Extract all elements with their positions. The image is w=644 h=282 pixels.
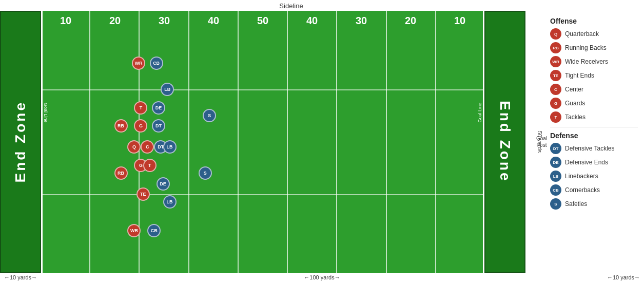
hash-top bbox=[41, 89, 484, 90]
legend-label-def-cb: Cornerbacks bbox=[565, 186, 600, 194]
legend-token-wr: WR bbox=[550, 56, 561, 67]
legend-item-def-s: S Safeties bbox=[550, 198, 638, 210]
legend-token-def-de: DE bbox=[550, 157, 561, 168]
ann-center: ←100 yards→ bbox=[41, 274, 603, 280]
legend-label-c: Center bbox=[565, 86, 583, 93]
bottom-annotations: ←10 yards→ ←100 yards→ ←10 yards→ bbox=[0, 273, 644, 282]
sideline-label: Sideline bbox=[41, 0, 541, 11]
page-container: Sideline End Zone 10 20 30 40 50 40 30 2… bbox=[0, 0, 644, 282]
section-4 bbox=[189, 11, 239, 273]
player-wr-20: WR bbox=[127, 224, 141, 237]
legend-token-c: C bbox=[550, 84, 561, 95]
legend-item-t: T Tackles bbox=[550, 111, 638, 123]
right-end-zone-wrapper: End Zone GoalPost bbox=[484, 11, 525, 273]
legend-item-def-dt: DT Defensive Tackles bbox=[550, 143, 638, 154]
legend-label-rb: Running Backs bbox=[565, 44, 607, 51]
player-s-18: S bbox=[203, 109, 216, 122]
right-end-zone: End Zone bbox=[484, 11, 525, 273]
player-t-12: T bbox=[143, 159, 157, 172]
player-s-19: S bbox=[199, 166, 212, 180]
legend-label-def-de: Defensive Ends bbox=[565, 159, 608, 166]
player-cb-1: CB bbox=[150, 57, 163, 70]
player-rb-14: RB bbox=[114, 166, 128, 180]
legend-item-q: Q Quarterback bbox=[550, 28, 638, 40]
section-5 bbox=[239, 11, 288, 273]
player-te-15: TE bbox=[136, 187, 150, 201]
legend-token-rb: RB bbox=[550, 42, 561, 53]
legend-panel: Offense Q Quarterback RB Running Backs W… bbox=[544, 11, 644, 273]
player-cb-21: CB bbox=[147, 224, 161, 237]
legend-label-def-dt: Defensive Tackles bbox=[565, 145, 615, 152]
offense-title: Offense bbox=[550, 17, 638, 25]
player-q-8: Q bbox=[127, 140, 141, 154]
player-dt-6: DT bbox=[152, 119, 165, 133]
section-8 bbox=[387, 11, 436, 273]
player-rb-4: RB bbox=[114, 119, 128, 133]
goal-line-label-left: Goal Line bbox=[43, 103, 48, 123]
yard-lines bbox=[41, 11, 484, 273]
legend-label-t: Tackles bbox=[565, 114, 586, 121]
section-7 bbox=[337, 11, 386, 273]
legend-item-rb: RB Running Backs bbox=[550, 42, 638, 53]
legend-label-q: Quarterback bbox=[565, 30, 599, 37]
legend-token-t: T bbox=[550, 111, 561, 123]
legend-item-te: TE Tight Ends bbox=[550, 70, 638, 81]
legend-label-g: Guards bbox=[565, 100, 585, 107]
offense-legend: Q Quarterback RB Running Backs WR Wide R… bbox=[550, 28, 638, 123]
legend-token-def-s: S bbox=[550, 198, 561, 210]
left-end-zone-text: End Zone bbox=[12, 101, 29, 183]
player-de-3: DE bbox=[152, 101, 165, 115]
legend-token-def-lb: LB bbox=[550, 171, 561, 182]
section-1 bbox=[41, 11, 90, 273]
ann-right: ←10 yards→ bbox=[603, 274, 644, 280]
player-wr-0: WR bbox=[132, 57, 145, 70]
left-end-zone: End Zone bbox=[0, 11, 41, 273]
player-de-13: DE bbox=[157, 177, 170, 191]
legend-token-def-cb: CB bbox=[550, 184, 561, 196]
goal-line-left: Goal Line bbox=[41, 11, 43, 273]
defense-title: Defense bbox=[550, 131, 638, 140]
legend-item-def-lb: LB Linebackers bbox=[550, 171, 638, 182]
player-lb-17: LB bbox=[163, 195, 177, 209]
legend-label-te: Tight Ends bbox=[565, 72, 594, 79]
legend-label-wr: Wide Receivers bbox=[565, 58, 608, 65]
player-g-5: G bbox=[134, 119, 147, 133]
defense-legend: DT Defensive Tackles DE Defensive Ends L… bbox=[550, 143, 638, 210]
goal-post-label: GoalPost bbox=[536, 135, 547, 148]
legend-token-g: G bbox=[550, 98, 561, 109]
legend-item-wr: WR Wide Receivers bbox=[550, 56, 638, 67]
legend-item-def-cb: CB Cornerbacks bbox=[550, 184, 638, 196]
hash-bottom bbox=[41, 194, 484, 195]
section-6 bbox=[288, 11, 337, 273]
legend-item-g: G Guards bbox=[550, 98, 638, 109]
player-lb-7: LB bbox=[161, 83, 174, 96]
legend-item-c: C Center bbox=[550, 84, 638, 95]
legend-label-def-lb: Linebackers bbox=[565, 173, 598, 180]
ann-left: ←10 yards→ bbox=[0, 274, 41, 280]
goal-line-label-right: Goal Line bbox=[477, 103, 482, 123]
legend-token-def-dt: DT bbox=[550, 143, 561, 154]
player-c-9: C bbox=[141, 140, 154, 154]
legend-token-q: Q bbox=[550, 28, 561, 40]
player-t-2: T bbox=[134, 101, 147, 115]
main-row: End Zone 10 20 30 40 50 40 30 20 10 bbox=[0, 11, 644, 273]
legend-divider bbox=[550, 127, 638, 127]
legend-item-def-de: DE Defensive Ends bbox=[550, 157, 638, 168]
legend-token-te: TE bbox=[550, 70, 561, 81]
player-lb-16: LB bbox=[163, 140, 177, 154]
section-9 bbox=[436, 11, 484, 273]
right-end-zone-text: End Zone bbox=[497, 101, 513, 183]
playing-field: 10 20 30 40 50 40 30 20 10 bbox=[41, 11, 484, 273]
legend-label-def-s: Safeties bbox=[565, 200, 587, 208]
